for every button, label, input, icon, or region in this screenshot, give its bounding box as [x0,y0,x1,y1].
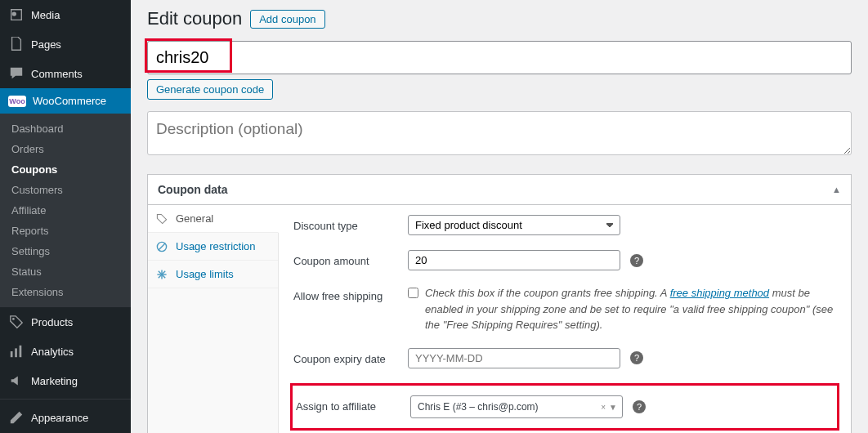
tab-label: Usage limits [176,268,234,280]
tab-general[interactable]: General [148,205,279,233]
panel-header[interactable]: Coupon data ▲ [148,175,851,205]
collapse-icon: ▲ [832,185,841,194]
label-expiry: Coupon expiry date [293,348,408,365]
tab-usage-limits[interactable]: Usage limits [148,261,278,288]
sub-orders[interactable]: Orders [0,139,131,159]
label-coupon-amount: Coupon amount [293,250,408,267]
generate-code-button[interactable]: Generate coupon code [147,79,273,100]
nav-products[interactable]: Products [0,307,131,337]
sub-extensions[interactable]: Extensions [0,282,131,302]
panel-fields: Discount type Fixed product discount Cou… [279,205,851,433]
sub-settings[interactable]: Settings [0,241,131,261]
tab-usage-restriction[interactable]: Usage restriction [148,233,278,261]
add-coupon-button[interactable]: Add coupon [250,10,324,29]
nav-label: Comments [31,68,83,80]
svg-rect-3 [15,348,17,357]
nav-pages[interactable]: Pages [0,29,131,59]
comment-icon [8,65,25,82]
affiliate-select[interactable]: Chris E (#3 – chris@p.com) ×▼ [410,395,623,418]
free-shipping-description: Check this box if the coupon grants free… [425,285,836,333]
coupon-data-panel: Coupon data ▲ General Usage restriction [147,174,852,433]
tab-label: General [176,212,213,225]
woo-icon: Woo [8,96,26,107]
chevron-down-icon: ▼ [609,402,617,411]
svg-line-6 [159,243,165,249]
panel-tabs: General Usage restriction Usage limits [148,205,279,433]
sub-affiliate[interactable]: Affiliate [0,200,131,221]
nav-label: Appearance [31,412,88,424]
highlight-affiliate: Assign to affiliate Chris E (#3 – chris@… [290,383,839,431]
panel-title: Coupon data [158,183,228,196]
sub-status[interactable]: Status [0,261,131,282]
sub-reports[interactable]: Reports [0,221,131,241]
row-coupon-amount: Coupon amount ? [293,250,836,270]
page-title: Edit coupon [147,8,242,29]
svg-rect-2 [11,351,13,357]
appearance-icon [8,409,25,426]
nav-marketing[interactable]: Marketing [0,366,131,395]
media-icon [8,7,25,23]
discount-type-select[interactable]: Fixed product discount [408,215,620,235]
nav-woocommerce[interactable]: Woo WooCommerce [0,88,131,114]
nav-label: Products [31,316,73,328]
help-icon[interactable]: ? [630,351,643,364]
nav-label: WooCommerce [33,95,106,107]
admin-sidebar: Media Pages Comments Woo WooCommerce Das… [0,0,131,433]
coupon-description-input[interactable] [147,111,852,155]
sub-dashboard[interactable]: Dashboard [0,118,131,139]
nav-label: Pages [31,38,61,51]
nav-analytics[interactable]: Analytics [0,337,131,366]
marketing-icon [8,373,25,389]
clear-icon: × [601,402,606,411]
nav-media[interactable]: Media [0,0,131,29]
label-free-shipping: Allow free shipping [293,285,408,302]
help-icon[interactable]: ? [630,254,643,267]
help-icon[interactable]: ? [633,400,646,413]
restriction-icon [156,241,169,252]
nav-label: Marketing [31,375,78,387]
svg-point-0 [12,11,16,16]
general-icon [156,213,169,225]
limits-icon [156,269,169,280]
svg-rect-4 [20,346,22,357]
row-discount-type: Discount type Fixed product discount [293,215,836,235]
affiliate-value: Chris E (#3 – chris@p.com) [418,401,539,413]
page-icon [8,36,25,52]
expiry-date-input[interactable] [408,348,620,368]
coupon-code-input[interactable] [147,41,852,74]
woo-submenu: Dashboard Orders Coupons Customers Affil… [0,114,131,307]
sub-customers[interactable]: Customers [0,180,131,200]
nav-appearance[interactable]: Appearance [0,403,131,432]
row-expiry: Coupon expiry date ? [293,348,836,368]
nav-comments[interactable]: Comments [0,59,131,88]
row-affiliate: Assign to affiliate Chris E (#3 – chris@… [293,395,837,418]
products-icon [8,314,25,330]
main-content: Edit coupon Add coupon Generate coupon c… [131,0,868,433]
coupon-amount-input[interactable] [408,250,620,270]
sub-coupons[interactable]: Coupons [0,159,131,180]
svg-point-1 [12,318,15,320]
nav-label: Analytics [31,346,74,358]
tab-label: Usage restriction [176,240,256,252]
free-shipping-checkbox[interactable] [408,288,418,298]
row-free-shipping: Allow free shipping Check this box if th… [293,285,836,333]
label-discount-type: Discount type [293,215,408,232]
label-affiliate: Assign to affiliate [296,395,410,413]
page-header: Edit coupon Add coupon [147,0,852,41]
analytics-icon [8,343,25,359]
free-shipping-link[interactable]: free shipping method [670,287,769,299]
nav-label: Media [31,9,60,21]
